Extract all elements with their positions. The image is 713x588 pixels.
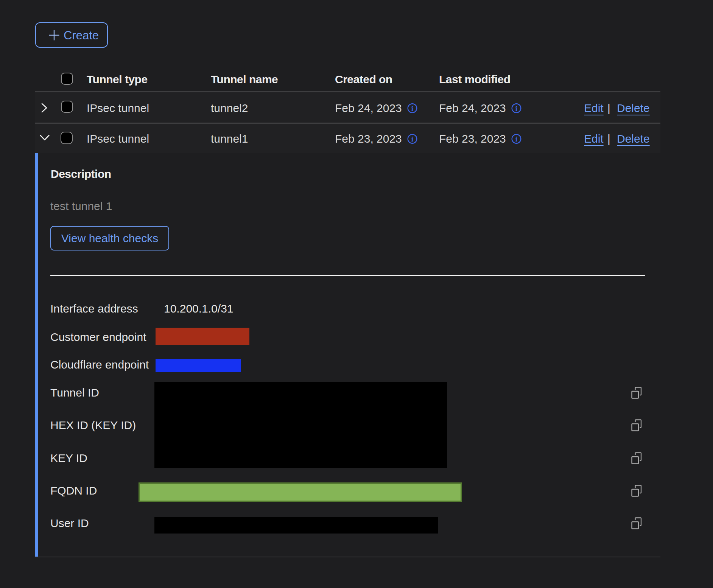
svg-text:i: i	[515, 135, 517, 143]
svg-text:i: i	[515, 104, 517, 112]
svg-text:i: i	[411, 104, 413, 112]
svg-text:i: i	[411, 135, 413, 143]
